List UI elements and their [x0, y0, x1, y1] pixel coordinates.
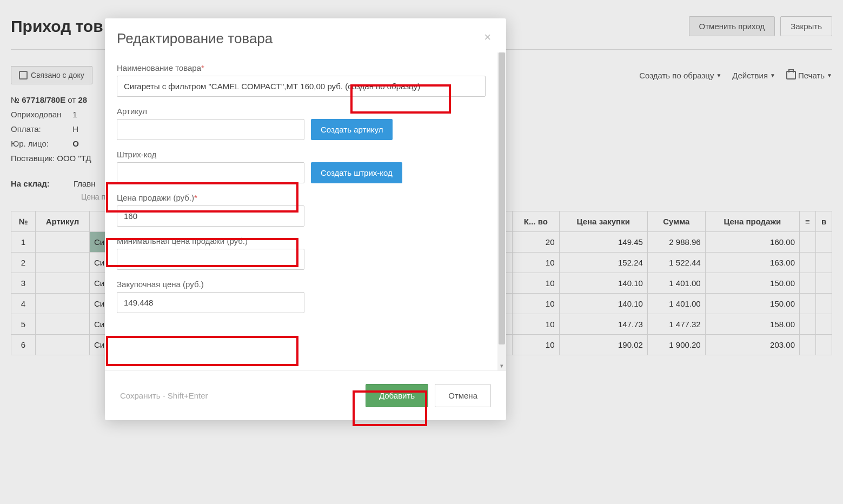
printer-icon [786, 71, 796, 79]
col-no[interactable]: № [11, 211, 36, 232]
create-sku-button[interactable]: Создать артикул [311, 119, 393, 140]
scrollbar-thumb[interactable] [499, 52, 505, 344]
col-qty[interactable]: К... во [513, 211, 559, 232]
cancel-button[interactable]: Отмена [435, 384, 491, 407]
col-sum[interactable]: Сумма [647, 211, 705, 232]
product-name-input[interactable] [117, 76, 486, 97]
col-sale[interactable]: Цена продажи [705, 211, 799, 232]
barcode-input[interactable] [117, 162, 304, 183]
col-purchase[interactable]: Цена закупки [559, 211, 647, 232]
col-menu[interactable]: ≡ [800, 211, 816, 232]
product-name-label: Наименование товара* [117, 63, 486, 72]
chevron-down-icon: ▼ [827, 72, 832, 78]
col-v[interactable]: в [816, 211, 832, 232]
chevron-down-icon: ▼ [716, 72, 721, 78]
legal-entity-value: О [72, 139, 79, 148]
purchase-price-label: Закупочная цена (руб.) [117, 280, 486, 289]
posted-label: Оприходован [11, 110, 70, 119]
print-dropdown[interactable]: Печать ▼ [786, 71, 832, 80]
min-price-label: Минимальная цена продажи (руб.) [117, 236, 486, 246]
posted-value: 1 [72, 110, 77, 119]
add-button[interactable]: Добавить [366, 384, 428, 407]
save-hint: Сохранить - Shift+Enter [120, 391, 208, 400]
supplier-label: Поставщик: [11, 154, 57, 163]
chevron-down-icon: ▼ [770, 72, 775, 78]
close-button[interactable]: Закрыть [780, 16, 832, 36]
modal-scrollbar[interactable]: ▾ [497, 52, 506, 370]
modal-title: Редактирование товара [117, 30, 273, 47]
supplier-value: ООО "ТД [57, 154, 91, 163]
sku-label: Артикул [117, 107, 486, 116]
cancel-receipt-button[interactable]: Отменить приход [689, 16, 775, 36]
payment-value: Н [72, 124, 78, 134]
barcode-label: Штрих-код [117, 150, 486, 159]
purchase-price-input[interactable] [117, 292, 304, 313]
edit-product-modal: Редактирование товара × Наименование тов… [105, 18, 506, 420]
min-price-input[interactable] [117, 249, 304, 270]
warehouse-label: На склад: [11, 179, 50, 188]
payment-label: Оплата: [11, 124, 70, 134]
linked-doc-button[interactable]: Связано с доку [11, 66, 92, 84]
legal-entity-label: Юр. лицо: [11, 139, 70, 148]
actions-dropdown[interactable]: Действия ▼ [732, 71, 775, 80]
scroll-down-icon[interactable]: ▾ [497, 362, 506, 369]
close-icon[interactable]: × [484, 30, 491, 44]
sale-price-label: Цена продажи (руб.)* [117, 193, 486, 202]
warehouse-value: Главн [74, 179, 96, 188]
create-from-sample-action[interactable]: Создать по образцу ▼ [639, 71, 721, 80]
sale-price-input[interactable] [117, 205, 304, 227]
col-sku[interactable]: Артикул [36, 211, 90, 232]
create-barcode-button[interactable]: Создать штрих-код [311, 162, 402, 183]
page-title: Приход тов [11, 17, 103, 36]
linked-doc-label: Связано с доку [31, 71, 84, 79]
sku-input[interactable] [117, 119, 304, 140]
document-link-icon [19, 71, 28, 79]
